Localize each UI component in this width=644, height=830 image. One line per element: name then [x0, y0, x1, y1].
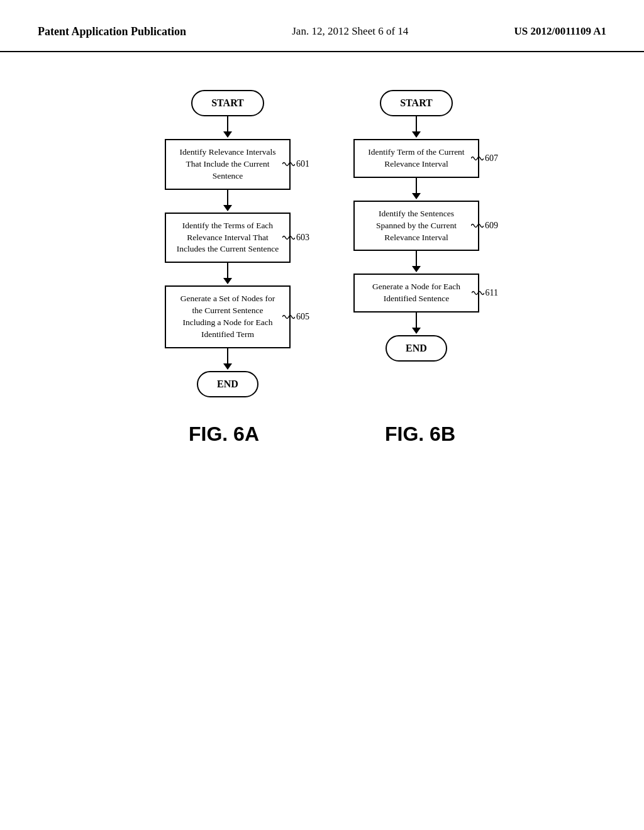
flowchart-6b: START Identify Term of the Current Relev…: [347, 90, 486, 362]
arrow-6a-2: [223, 263, 232, 285]
flowchart-6a: START Identify Relevance Intervals That …: [158, 90, 297, 397]
step-607-box: Identify Term of the Current Relevance I…: [353, 139, 479, 178]
step-601-box: Identify Relevance Intervals That Includ…: [165, 139, 291, 190]
step-603-box: Identify the Terms of Each Relevance Int…: [165, 213, 291, 263]
step-603-row: Identify the Terms of Each Relevance Int…: [152, 213, 303, 263]
step-601-row: Identify Relevance Intervals That Includ…: [152, 139, 303, 190]
sheet-info: Jan. 12, 2012 Sheet 6 of 14: [292, 25, 408, 38]
fig-6a-label: FIG. 6A: [189, 423, 259, 446]
wavy-601-icon: [282, 160, 295, 169]
end-box-6a: END: [197, 371, 258, 397]
step-609-row: Identify the Sentences Spanned by the Cu…: [341, 201, 492, 252]
step-611-box: Generate a Node for Each Identified Sent…: [353, 274, 479, 313]
step-605-row: Generate a Set of Nodes for the Current …: [152, 285, 303, 348]
step-607-row: Identify Term of the Current Relevance I…: [341, 139, 492, 178]
step-609-box: Identify the Sentences Spanned by the Cu…: [353, 201, 479, 252]
step-605-box: Generate a Set of Nodes for the Current …: [165, 285, 291, 348]
step-607-label: 607: [471, 153, 498, 163]
arrow-6b-0: [412, 116, 421, 139]
wavy-605-icon: [282, 313, 295, 321]
fig-6b-label: FIG. 6B: [385, 423, 455, 446]
wavy-611-icon: [472, 289, 484, 297]
diagram-area: START Identify Relevance Intervals That …: [0, 52, 644, 410]
wavy-607-icon: [471, 154, 484, 163]
figure-labels: FIG. 6A FIG. 6B: [0, 410, 644, 452]
arrow-6b-3: [412, 313, 421, 335]
step-605-label: 605: [282, 312, 309, 322]
step-609-label: 609: [471, 221, 498, 231]
publication-label: Patent Application Publication: [38, 25, 186, 38]
end-box-6b: END: [386, 335, 447, 362]
wavy-603-icon: [282, 233, 295, 242]
step-611-label: 611: [472, 288, 498, 298]
page-header: Patent Application Publication Jan. 12, …: [0, 0, 644, 52]
start-box-6b: START: [380, 90, 453, 116]
arrow-6b-2: [412, 251, 421, 274]
patent-number: US 2012/0011109 A1: [514, 25, 606, 38]
step-601-label: 601: [282, 159, 309, 169]
step-603-label: 603: [282, 233, 309, 243]
arrow-6a-3: [223, 348, 232, 371]
start-box-6a: START: [191, 90, 264, 116]
arrow-6a-0: [223, 116, 232, 139]
step-611-row: Generate a Node for Each Identified Sent…: [341, 274, 492, 313]
arrow-6b-1: [412, 178, 421, 201]
wavy-609-icon: [471, 221, 484, 230]
arrow-6a-1: [223, 190, 232, 213]
